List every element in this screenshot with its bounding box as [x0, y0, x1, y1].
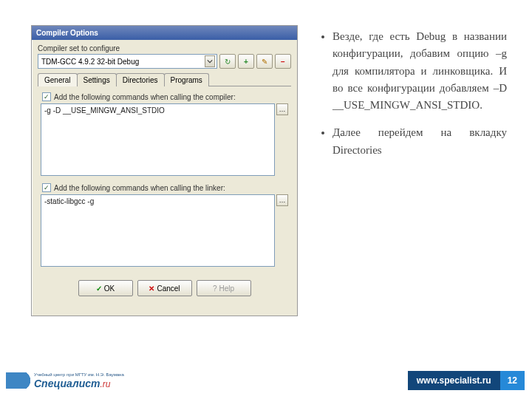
compiler-set-value: TDM-GCC 4.9.2 32-bit Debug — [41, 58, 139, 66]
note-item-1: Везде, где есть Debug в названии конфигу… — [332, 28, 507, 114]
remove-config-button[interactable]: − — [275, 54, 291, 69]
compiler-set-label: Compiler set to configure — [38, 44, 291, 52]
tab-programs[interactable]: Programs — [164, 73, 209, 86]
linker-commands-label: Add the following commands when calling … — [54, 184, 225, 192]
logo-main: Специалист — [34, 378, 100, 389]
close-icon: ✕ — [149, 284, 154, 293]
help-button[interactable]: ? Help — [197, 280, 251, 296]
rename-config-button[interactable]: ✎ — [256, 54, 273, 69]
chevron-down-icon[interactable] — [205, 55, 215, 67]
tab-panel-general: ✓ Add the following commands when callin… — [38, 86, 291, 267]
linker-commands-more-button[interactable]: … — [276, 194, 288, 206]
minus-icon: − — [281, 58, 285, 66]
refresh-icon: ↻ — [225, 58, 231, 66]
tab-general[interactable]: General — [38, 73, 78, 86]
compiler-set-dropdown[interactable]: TDM-GCC 4.9.2 32-bit Debug — [38, 54, 217, 69]
ok-button[interactable]: ✓ OK — [78, 280, 133, 296]
footer-site: www.specialist.ru — [408, 371, 500, 390]
tab-settings[interactable]: Settings — [77, 73, 117, 86]
pencil-icon: ✎ — [262, 58, 267, 66]
plus-icon: + — [244, 58, 248, 66]
cancel-button[interactable]: ✕ Cancel — [137, 280, 192, 296]
cloud-icon — [6, 372, 31, 389]
dialog-title: Compiler Options — [32, 26, 297, 40]
compiler-commands-checkbox[interactable]: ✓ — [42, 92, 51, 101]
linker-commands-textarea[interactable]: -static-libgcc -g — [41, 194, 275, 267]
add-config-button[interactable]: + — [238, 54, 254, 69]
tab-directories[interactable]: Directories — [116, 73, 165, 86]
dialog-button-bar: ✓ OK ✕ Cancel ? Help — [38, 274, 291, 301]
footer-logo: Учебный центр при МГТУ им. Н.Э. Баумана … — [6, 372, 124, 389]
help-icon: ? — [213, 284, 217, 293]
compiler-commands-textarea[interactable]: -g -D __USE_MINGW_ANSI_STDIO — [41, 103, 275, 176]
check-icon: ✓ — [96, 284, 102, 293]
side-notes: Везде, где есть Debug в названии конфигу… — [322, 28, 507, 169]
tab-bar: General Settings Directories Programs — [38, 73, 291, 86]
slide-footer: Учебный центр при МГТУ им. Н.Э. Баумана … — [0, 365, 532, 399]
logo-subtitle: Учебный центр при МГТУ им. Н.Э. Баумана — [34, 372, 124, 377]
compiler-options-dialog: Compiler Options Compiler set to configu… — [31, 25, 298, 316]
compiler-commands-more-button[interactable]: … — [276, 103, 288, 115]
refresh-button[interactable]: ↻ — [219, 54, 236, 69]
linker-commands-checkbox[interactable]: ✓ — [42, 183, 51, 192]
compiler-commands-label: Add the following commands when calling … — [54, 93, 236, 101]
note-item-2: Далее перейдем на вкладку Directories — [332, 124, 507, 159]
page-number: 12 — [500, 371, 525, 390]
logo-suffix: .ru — [100, 379, 111, 389]
